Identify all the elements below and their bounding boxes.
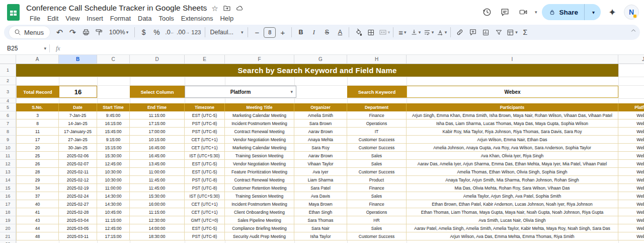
- table-cell[interactable]: Sara Thomas: [294, 216, 347, 224]
- table-cell[interactable]: 14:30:00: [97, 200, 130, 208]
- table-cell[interactable]: 17: [16, 136, 59, 144]
- row-header-16[interactable]: 16: [0, 192, 16, 200]
- row-header-9[interactable]: 9: [0, 136, 16, 144]
- decrease-decimals-button[interactable]: .0←: [164, 26, 176, 38]
- row-header-22[interactable]: 22: [0, 240, 16, 243]
- table-cell[interactable]: Arjun Singh, Emma Khan, Emma Smith, Isha…: [407, 111, 618, 119]
- row-header-20[interactable]: 20: [0, 224, 16, 232]
- row-header-15[interactable]: 15: [0, 184, 16, 192]
- table-cell[interactable]: Vihaan Taylor: [294, 160, 347, 168]
- table-cell[interactable]: 16:15:00: [97, 119, 130, 128]
- table-cell[interactable]: Customer Success: [347, 136, 407, 144]
- bold-button[interactable]: B: [294, 26, 307, 38]
- hide-toolbar-button[interactable]: [630, 27, 637, 34]
- row-header-4[interactable]: 4: [0, 98, 16, 103]
- text-rotation-button[interactable]: ▾: [435, 26, 448, 38]
- table-cell[interactable]: 11:15:00: [130, 208, 185, 216]
- table-cell[interactable]: Finance: [347, 184, 407, 192]
- paint-format-button[interactable]: [93, 26, 105, 38]
- table-cell[interactable]: Ethan Singh: [294, 208, 347, 216]
- table-cell[interactable]: 2025-02-24: [59, 192, 97, 200]
- row-header-1[interactable]: 1: [0, 64, 16, 77]
- row-header-13[interactable]: 13: [0, 168, 16, 176]
- sheet-banner-title[interactable]: Search by Search Keyword and Field Name: [16, 64, 618, 77]
- table-cell[interactable]: Webex: [618, 160, 644, 168]
- table-cell[interactable]: 2025-02-07: [59, 160, 97, 168]
- format-currency-button[interactable]: $: [137, 26, 150, 38]
- table-cell[interactable]: Vendor Negotiation Meeting: [225, 160, 294, 168]
- table-cell[interactable]: Webex: [618, 208, 644, 216]
- row-header-8[interactable]: 8: [0, 128, 16, 136]
- table-cell[interactable]: 2025-03-11: [59, 232, 97, 240]
- table-cell[interactable]: Amelia Smith: [294, 111, 347, 119]
- table-cell[interactable]: 12:45:00: [97, 224, 130, 232]
- name-box[interactable]: B25 ▾: [0, 45, 49, 52]
- table-cell[interactable]: 17:00:00: [130, 128, 185, 136]
- italic-button[interactable]: I: [307, 26, 320, 38]
- insert-chart-button[interactable]: [479, 26, 492, 38]
- table-cell[interactable]: Aarav Patel, Amelia Singh, Amelia Smith,…: [407, 224, 618, 232]
- format-percent-button[interactable]: %: [150, 26, 163, 38]
- column-header-E[interactable]: E: [185, 55, 225, 64]
- row-header-3[interactable]: 3: [0, 85, 16, 98]
- table-cell[interactable]: 12:30:00: [130, 216, 185, 224]
- cloud-status-icon[interactable]: [235, 4, 244, 12]
- menus-search-button[interactable]: Menus: [9, 26, 50, 38]
- table-cell[interactable]: Customer Success: [347, 232, 407, 240]
- borders-button[interactable]: [365, 26, 377, 38]
- column-header-F[interactable]: F: [225, 55, 294, 64]
- menu-item-data[interactable]: Data: [134, 14, 155, 23]
- table-cell[interactable]: 15:45:00: [97, 128, 130, 136]
- share-button[interactable]: Share ▾: [542, 4, 601, 20]
- document-title[interactable]: Conference Call Schedule Tracker in Goog…: [26, 4, 207, 13]
- table-cell[interactable]: Operations: [347, 208, 407, 216]
- table-cell[interactable]: 2025-02-27: [59, 200, 97, 208]
- table-cell[interactable]: 2025-02-12: [59, 176, 97, 184]
- table-cell[interactable]: Webex: [618, 136, 644, 144]
- table-cell[interactable]: 20: [16, 144, 59, 152]
- google-sheets-logo-icon[interactable]: [7, 4, 20, 21]
- table-cell[interactable]: Webex: [618, 184, 644, 192]
- table-cell[interactable]: 2025-02-06: [59, 152, 97, 160]
- search-keyword-input[interactable]: Webex: [407, 86, 618, 98]
- table-cell[interactable]: Sara Brown: [294, 119, 347, 128]
- table-cell[interactable]: Webex: [618, 128, 644, 136]
- table-column-header-organizer[interactable]: Organizer: [294, 103, 347, 111]
- row-header-17[interactable]: 17: [0, 200, 16, 208]
- table-cell[interactable]: Ava Smith, Lucas Nair, Olivia Singh: [407, 216, 618, 224]
- table-cell[interactable]: CET (UTC+1): [185, 136, 225, 144]
- table-cell[interactable]: Webex: [618, 168, 644, 176]
- table-cell[interactable]: 11:15:00: [130, 111, 185, 119]
- dropdown-caret-icon[interactable]: ▾: [290, 89, 293, 94]
- table-column-header-participants[interactable]: Participants: [407, 103, 618, 111]
- table-views-button[interactable]: ▾: [506, 26, 518, 38]
- name-box-caret-icon[interactable]: ▾: [44, 46, 46, 51]
- table-cell[interactable]: Sara Roy: [294, 144, 347, 152]
- zoom-select[interactable]: 100%▾: [106, 26, 132, 38]
- row-header-6[interactable]: 6: [0, 111, 16, 119]
- table-cell[interactable]: Aarav Brown: [294, 128, 347, 136]
- row-header-19[interactable]: 19: [0, 216, 16, 224]
- menu-item-insert[interactable]: Insert: [83, 14, 107, 23]
- vertical-align-button[interactable]: ▾: [409, 26, 422, 38]
- table-cell[interactable]: Sales: [347, 160, 407, 168]
- table-cell[interactable]: 10:30:00: [97, 176, 130, 184]
- table-cell[interactable]: Marketing Calendar Meeting: [225, 144, 294, 152]
- table-column-header-meeting-title[interactable]: Meeting Title: [225, 103, 294, 111]
- table-cell[interactable]: Webex: [618, 119, 644, 128]
- table-cell[interactable]: 2025-02-28: [59, 208, 97, 216]
- table-column-header-department[interactable]: Department: [347, 103, 407, 111]
- gemini-sparkle-icon[interactable]: ✦: [606, 6, 619, 19]
- table-cell[interactable]: 40: [16, 200, 59, 208]
- table-cell[interactable]: Ava Khan, Olivia Iyer, Riya Singh: [407, 152, 618, 160]
- row-header-7[interactable]: 7: [0, 119, 16, 128]
- column-header-I[interactable]: I: [407, 55, 618, 64]
- table-column-header-s-no-[interactable]: S.No.: [16, 103, 59, 111]
- table-cell[interactable]: Customer Success: [347, 168, 407, 176]
- table-cell[interactable]: Sales: [347, 192, 407, 200]
- table-cell[interactable]: EST (UTC-5): [185, 160, 225, 168]
- table-cell[interactable]: Client Onboarding Meeting: [225, 208, 294, 216]
- table-cell[interactable]: Sales: [347, 224, 407, 232]
- table-cell[interactable]: 14:30:00: [97, 192, 130, 200]
- table-cell[interactable]: Ava Iyer: [294, 168, 347, 176]
